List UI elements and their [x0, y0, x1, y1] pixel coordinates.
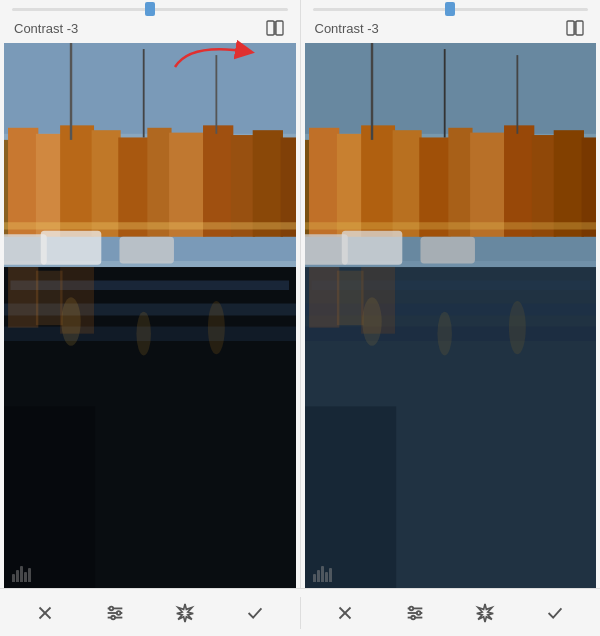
- svg-rect-10: [92, 130, 121, 237]
- svg-rect-13: [169, 133, 205, 237]
- right-panel: Contrast -3: [300, 0, 601, 588]
- svg-rect-43: [305, 140, 311, 237]
- svg-rect-61: [420, 237, 475, 264]
- svg-rect-60: [341, 231, 402, 265]
- right-confirm-button[interactable]: [539, 597, 571, 629]
- svg-rect-48: [419, 137, 450, 236]
- svg-rect-63: [305, 267, 597, 588]
- svg-rect-44: [309, 128, 339, 237]
- svg-point-34: [61, 297, 80, 345]
- right-slider-thumb[interactable]: [445, 2, 455, 16]
- svg-rect-52: [531, 135, 555, 237]
- svg-rect-68: [336, 271, 363, 326]
- svg-rect-15: [231, 135, 255, 237]
- svg-point-80: [111, 615, 115, 619]
- left-toolbar: [0, 597, 300, 629]
- right-photo: [305, 43, 597, 588]
- svg-rect-69: [361, 267, 395, 334]
- svg-rect-1: [276, 21, 283, 35]
- bottom-toolbar: [0, 588, 600, 636]
- svg-rect-27: [4, 267, 296, 588]
- svg-rect-67: [309, 267, 339, 328]
- svg-rect-37: [567, 21, 574, 35]
- left-slider-thumb[interactable]: [145, 2, 155, 16]
- svg-rect-46: [361, 125, 395, 236]
- svg-rect-17: [281, 137, 296, 236]
- svg-rect-14: [203, 125, 233, 236]
- svg-rect-3: [4, 43, 296, 588]
- svg-rect-45: [336, 134, 363, 237]
- svg-rect-4: [4, 43, 296, 261]
- svg-rect-54: [581, 137, 596, 236]
- svg-rect-25: [4, 406, 95, 588]
- svg-rect-50: [470, 133, 506, 237]
- svg-rect-5: [4, 134, 296, 146]
- svg-rect-51: [504, 125, 534, 236]
- left-photo: [4, 43, 296, 588]
- svg-rect-26: [4, 267, 296, 588]
- svg-rect-0: [267, 21, 274, 35]
- svg-rect-32: [36, 271, 63, 326]
- svg-point-79: [117, 611, 121, 615]
- svg-rect-49: [448, 128, 472, 237]
- left-panel: Contrast -3: [0, 0, 300, 588]
- svg-rect-23: [41, 231, 102, 265]
- right-slider-area: Contrast -3: [301, 0, 601, 43]
- left-slider-track[interactable]: [12, 8, 288, 11]
- left-contrast-label: Contrast -3: [14, 21, 78, 36]
- svg-rect-9: [60, 125, 94, 236]
- svg-point-71: [437, 312, 452, 356]
- svg-rect-55: [305, 222, 597, 229]
- right-cancel-button[interactable]: [329, 597, 361, 629]
- svg-rect-53: [553, 130, 583, 237]
- svg-point-72: [508, 301, 525, 354]
- svg-rect-11: [118, 137, 149, 236]
- svg-point-35: [136, 312, 151, 356]
- left-confirm-button[interactable]: [239, 597, 271, 629]
- svg-point-36: [208, 301, 225, 354]
- left-magic-button[interactable]: [169, 597, 201, 629]
- svg-point-87: [417, 611, 421, 615]
- right-magic-button[interactable]: [469, 597, 501, 629]
- svg-rect-42: [305, 134, 597, 146]
- svg-rect-18: [4, 222, 296, 229]
- svg-rect-59: [305, 234, 348, 264]
- right-contrast-label: Contrast -3: [315, 21, 379, 36]
- svg-point-70: [362, 297, 381, 345]
- svg-point-78: [109, 606, 113, 610]
- svg-rect-12: [147, 128, 171, 237]
- right-histogram-icon: [313, 566, 332, 582]
- right-split-view-icon[interactable]: [564, 17, 586, 39]
- svg-rect-31: [8, 267, 38, 328]
- svg-rect-33: [60, 267, 94, 334]
- svg-rect-24: [119, 237, 174, 264]
- svg-point-88: [412, 615, 416, 619]
- svg-rect-8: [36, 134, 63, 237]
- svg-rect-40: [305, 43, 597, 588]
- svg-rect-7: [8, 128, 38, 237]
- svg-rect-16: [253, 130, 283, 237]
- left-slider-area: Contrast -3: [0, 0, 300, 43]
- left-split-view-icon[interactable]: [264, 17, 286, 39]
- left-cancel-button[interactable]: [29, 597, 61, 629]
- svg-point-86: [410, 606, 414, 610]
- right-photo-sim: [305, 43, 597, 588]
- svg-rect-38: [576, 21, 583, 35]
- svg-rect-6: [4, 140, 10, 237]
- left-adjustments-button[interactable]: [99, 597, 131, 629]
- svg-rect-62: [305, 406, 396, 588]
- svg-rect-47: [392, 130, 421, 237]
- svg-rect-22: [4, 234, 47, 264]
- left-photo-sim: [4, 43, 296, 588]
- right-slider-track[interactable]: [313, 8, 589, 11]
- right-adjustments-button[interactable]: [399, 597, 431, 629]
- left-histogram-icon: [12, 566, 31, 582]
- svg-rect-41: [305, 43, 597, 261]
- comparison-view: Contrast -3: [0, 0, 600, 588]
- right-toolbar: [300, 597, 601, 629]
